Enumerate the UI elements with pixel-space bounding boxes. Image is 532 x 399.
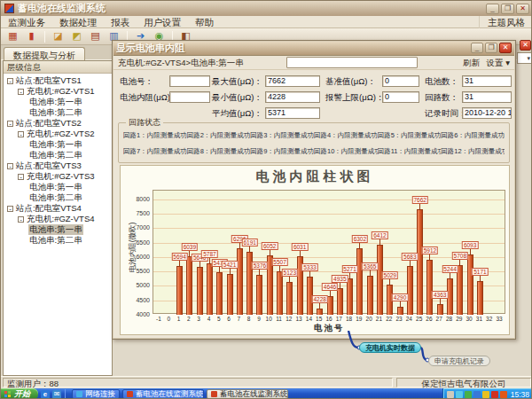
task-button-1[interactable]: 蓄电池在线监测系统 [122, 389, 204, 399]
record-time-field[interactable]: 2010-12-20 15:38:3 [462, 107, 512, 119]
tree-item-15[interactable]: 电池串:第二串 [4, 235, 112, 246]
refresh-button[interactable]: 刷新 [463, 58, 480, 69]
maximize-button[interactable]: ❐ [501, 4, 514, 14]
min-value-field[interactable]: 4228 [265, 91, 320, 103]
tab-data-analysis[interactable]: 数据提取与分析 [4, 47, 85, 60]
tree-item-1[interactable]: -充电机:#GZ-VTS1 [4, 86, 112, 97]
loop-status-item-1: 回路1：内阻测量成功 [123, 131, 187, 140]
tree-item-5[interactable]: -充电机:#GZ-VTS2 [4, 129, 112, 139]
menu-item-2[interactable]: 报表 [104, 16, 137, 28]
display-icon[interactable] [456, 391, 463, 398]
chart-bar-whisker [319, 302, 320, 309]
tree-item-0[interactable]: -站点:配电室VTS1 [4, 75, 112, 86]
tree-collapse-icon[interactable]: - [7, 206, 13, 212]
tree-collapse-icon[interactable]: - [7, 163, 13, 169]
start-button[interactable]: 开始 [1, 388, 38, 399]
flow-node-request-record[interactable]: 申请充电机记录 [428, 356, 490, 366]
chart-x-tick: -1 [156, 316, 161, 322]
chart-bar-whisker [209, 257, 210, 263]
chart-bar-whisker [440, 298, 441, 304]
battery-number-field[interactable] [169, 75, 210, 87]
battery-icon[interactable]: ▮ [23, 29, 40, 43]
loop-status-item-7: 回路7：内阻测量成功 [123, 147, 187, 156]
tree-item-2[interactable]: 电池串:第一串 [4, 97, 112, 107]
loop-status-item-4: 回路4：内阻测量成功 [314, 131, 378, 140]
tree-collapse-icon[interactable]: - [7, 121, 13, 127]
loop-status-item-6: 回路6：内阻测量成功 [441, 131, 505, 140]
chart-y-tick: 5500 [121, 268, 150, 274]
tree-item-9[interactable]: -充电机:#GZ-VTS3 [4, 171, 112, 182]
avg-value-field[interactable]: 5371 [265, 107, 320, 119]
report-icon[interactable]: ▤ [87, 29, 104, 43]
tree-collapse-icon[interactable]: - [18, 131, 24, 137]
tree-item-14[interactable]: 电池串:第一串 [4, 224, 112, 235]
loop-count-field[interactable]: 31 [462, 91, 512, 103]
power-icon[interactable] [500, 391, 507, 398]
menu-item-theme[interactable]: 主题风格 [479, 16, 532, 28]
alert-icon[interactable] [491, 391, 498, 398]
tree-item-12[interactable]: -站点:配电室VTS4 [4, 203, 112, 214]
printer-icon[interactable] [447, 391, 454, 398]
chart-bar-value-label: 5708 [452, 252, 468, 260]
message-icon[interactable] [473, 391, 481, 398]
close-button[interactable]: ✕ [516, 4, 529, 14]
tree-item-3[interactable]: 电池串:第二串 [4, 107, 112, 118]
tree-collapse-icon[interactable]: - [18, 216, 24, 223]
tree-item-4[interactable]: -站点:配电室VTS2 [4, 118, 112, 129]
browser-icon[interactable]: e [41, 390, 50, 399]
chart-bar [216, 272, 223, 315]
menu-item-3[interactable]: 用户设置 [137, 16, 188, 28]
field-label-battery-number-field: 电池号： [120, 76, 153, 88]
battery-count-field[interactable]: 31 [462, 75, 512, 87]
chart-x-tick: 4 [207, 316, 211, 322]
analysis-icon[interactable]: ◩ [68, 29, 85, 43]
flow-node-realtime-data[interactable]: 充电机实时数据 [359, 342, 421, 353]
chart-bar-whisker [249, 246, 250, 252]
chart-icon[interactable]: ◪ [50, 29, 66, 43]
chart-bar [347, 278, 353, 315]
task-button-2[interactable]: 蓄电池在线监测系统 [207, 389, 288, 399]
dialog-search-input[interactable] [286, 57, 418, 68]
shield-icon[interactable] [482, 391, 489, 398]
background-dropdown[interactable]: ▾ [517, 52, 532, 64]
tree-item-10[interactable]: 电池串:第一串 [4, 182, 112, 192]
menu-item-1[interactable]: 数据处理 [52, 16, 104, 28]
dialog-minimize-button[interactable]: _ [471, 43, 483, 53]
tree-item-8[interactable]: -站点:配电室VTS3 [4, 160, 112, 171]
chart-bar [286, 282, 293, 315]
chart-bar-value-label: 5683 [402, 253, 418, 261]
tree-item-7[interactable]: 电池串:第二串 [4, 150, 112, 160]
dialog-titlebar: 显示电池串内阻 _ ❐ ✕ [113, 41, 515, 56]
tree-item-6[interactable]: 电池串:第一串 [4, 139, 112, 150]
chart-x-tick: 11 [276, 316, 282, 322]
menu-item-0[interactable]: 监测业务 [1, 16, 52, 28]
tree-collapse-icon[interactable]: - [7, 78, 13, 84]
tree-collapse-icon[interactable]: - [18, 174, 24, 180]
window-title: 蓄电池在线监测系统 [18, 2, 484, 15]
task-button-0[interactable]: 网络连接 [72, 389, 120, 399]
chart-x-tick: 10 [266, 316, 272, 322]
tree-item-label: 电池串:第二串 [28, 235, 83, 246]
alarm-limit-field[interactable]: 0 [382, 91, 419, 103]
max-value-field[interactable]: 7662 [265, 75, 320, 87]
settings-button[interactable]: 设置 ▾ [487, 58, 510, 69]
app-icon [4, 4, 14, 13]
mail-icon[interactable]: ✉ [52, 390, 61, 399]
base-value-field[interactable]: 0 [382, 75, 419, 87]
tree-item-13[interactable]: -充电机:#GZ-VTS4 [4, 214, 112, 224]
dialog-maximize-button[interactable]: ❐ [485, 43, 497, 53]
monitor-icon[interactable]: ▦ [4, 29, 21, 43]
chart-bar-value-label: 5365 [362, 262, 378, 270]
menu-item-4[interactable]: 帮助 [188, 16, 221, 28]
tree-item-11[interactable]: 电池串:第二串 [4, 192, 112, 203]
battery-resistance-field[interactable] [169, 91, 210, 103]
minimize-button[interactable]: _ [486, 4, 499, 14]
background-close-icon[interactable]: ✕ [520, 40, 531, 51]
chart-bar-value-label: 7662 [411, 196, 427, 204]
tree-item-label: 充电机:#GZ-VTS2 [26, 129, 96, 139]
tree-collapse-icon[interactable]: - [18, 89, 24, 95]
tree-item-label: 电池串:第一串 [28, 97, 83, 107]
network-status-icon[interactable] [465, 391, 472, 398]
chart-bar-value-label: 5029 [382, 271, 398, 279]
dialog-close-button[interactable]: ✕ [499, 43, 512, 53]
